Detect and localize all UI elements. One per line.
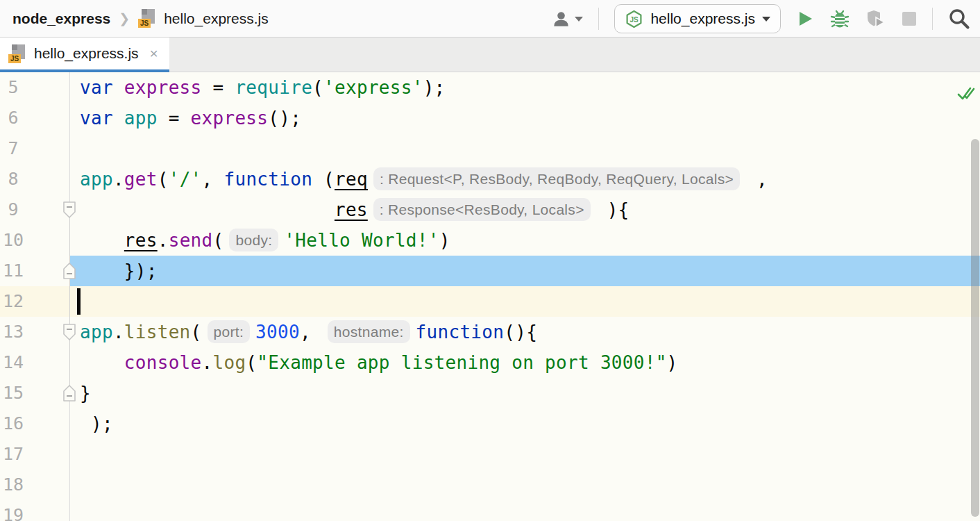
breadcrumb-chevron-icon: ❯ <box>117 10 131 26</box>
token-pl: = <box>202 77 235 98</box>
code-text[interactable] <box>70 439 980 470</box>
inlay-hint[interactable]: : Request<P, ResBody, ReqBody, ReqQuery,… <box>373 167 740 190</box>
code-line[interactable]: 11 }); <box>0 256 980 286</box>
token-pl: ( <box>246 352 257 373</box>
inlay-hint[interactable]: : Response<ResBody, Locals> <box>373 198 591 221</box>
inlay-hint[interactable]: port: <box>208 320 251 343</box>
gutter: 19 <box>0 500 70 521</box>
code-line[interactable]: 12 <box>0 286 980 317</box>
code-line[interactable]: 7 <box>0 133 980 164</box>
line-number[interactable]: 18 <box>0 470 26 500</box>
fold-collapse-end-icon[interactable] <box>62 383 77 403</box>
code-line[interactable]: 19 <box>0 500 980 521</box>
fold-collapse-end-icon[interactable] <box>62 261 77 281</box>
line-number[interactable]: 6 <box>0 103 26 133</box>
code-text[interactable] <box>70 470 980 500</box>
line-number[interactable]: 5 <box>0 72 26 103</box>
user-menu-button[interactable] <box>552 10 583 27</box>
code-line[interactable]: 10 res.send(body:'Hello World!') <box>0 225 980 256</box>
code-line[interactable]: 16 ); <box>0 408 980 439</box>
code-text[interactable]: console.log("Example app listening on po… <box>70 347 980 378</box>
token-teal: require <box>235 77 312 98</box>
token-pl: ) <box>439 230 450 251</box>
code-text[interactable]: var express = require('express'); <box>70 72 980 103</box>
inlay-hint[interactable]: body: <box>229 229 278 251</box>
vertical-scrollbar[interactable] <box>971 139 979 517</box>
inspections-ok-icon[interactable] <box>956 83 976 103</box>
editor-tab-bar: JS hello_express.js × <box>0 38 980 72</box>
inlay-hint[interactable]: hostname: <box>328 320 410 343</box>
gutter: 14 <box>0 347 70 378</box>
token-pl: (){ <box>504 322 537 342</box>
js-file-icon: JS <box>8 44 27 63</box>
line-number[interactable]: 15 <box>0 378 26 408</box>
code-text[interactable] <box>70 133 980 164</box>
code-text[interactable]: res: Response<ResBody, Locals> ){ <box>70 195 980 225</box>
code-text[interactable]: var app = express(); <box>70 103 980 133</box>
breadcrumb-project[interactable]: node_express <box>12 10 110 27</box>
token-pl: } <box>80 383 91 404</box>
line-number[interactable]: 13 <box>0 317 26 347</box>
fold-collapse-start-icon[interactable] <box>62 322 77 342</box>
line-number[interactable]: 8 <box>0 164 26 195</box>
line-number[interactable]: 17 <box>0 439 26 470</box>
token-str: 'express' <box>323 77 423 98</box>
code-line[interactable]: 18 <box>0 470 980 500</box>
line-number[interactable]: 11 <box>0 256 26 286</box>
token-pl: , <box>745 169 768 190</box>
token-pl: . <box>158 230 169 251</box>
toolbar-divider <box>932 8 933 30</box>
code-line[interactable]: 17 <box>0 439 980 470</box>
line-number[interactable]: 19 <box>0 500 26 521</box>
token-pl <box>80 352 124 373</box>
code-text[interactable]: app.listen(port:3000, hostname:function(… <box>70 317 980 347</box>
token-kw: function <box>416 322 505 342</box>
run-configuration-select[interactable]: JS hello_express.js <box>614 4 781 33</box>
tab-hello-express[interactable]: JS hello_express.js × <box>0 38 169 72</box>
gutter: 7 <box>0 133 70 164</box>
token-pl: ( <box>312 169 335 190</box>
line-number[interactable]: 12 <box>0 286 26 317</box>
token-kw: var <box>80 108 113 129</box>
code-text[interactable] <box>70 500 980 521</box>
run-button[interactable] <box>796 10 814 28</box>
code-text[interactable]: res.send(body:'Hello World!') <box>70 225 980 256</box>
close-icon[interactable]: × <box>146 45 158 62</box>
token-pl <box>113 108 124 129</box>
code-line[interactable]: 6var app = express(); <box>0 103 980 133</box>
js-badge: JS <box>138 19 151 28</box>
line-number[interactable]: 7 <box>0 133 26 164</box>
line-number[interactable]: 10 <box>0 225 26 256</box>
code-line[interactable]: 15} <box>0 378 980 408</box>
stop-button[interactable] <box>902 11 917 26</box>
fold-collapse-start-icon[interactable] <box>62 200 77 220</box>
code-line[interactable]: 5var express = require('express'); <box>0 72 980 103</box>
code-editor[interactable]: 5var express = require('express');6var a… <box>0 72 980 521</box>
gutter: 10 <box>0 225 70 256</box>
token-str: 'Hello World!' <box>284 230 439 251</box>
code-line[interactable]: 13app.listen(port:3000, hostname:functio… <box>0 317 980 347</box>
code-text[interactable]: } <box>70 378 980 408</box>
run-with-coverage-button[interactable] <box>865 9 886 28</box>
token-purple: express <box>124 77 202 98</box>
code-line[interactable]: 9 res: Response<ResBody, Locals> ){ <box>0 195 980 225</box>
code-line[interactable]: 8app.get('/', function (req: Request<P, … <box>0 164 980 195</box>
line-number[interactable]: 16 <box>0 408 26 439</box>
token-pl: ( <box>312 77 323 98</box>
line-number[interactable]: 9 <box>0 195 26 225</box>
code-line[interactable]: 14 console.log("Example app listening on… <box>0 347 980 378</box>
line-number[interactable]: 14 <box>0 347 26 378</box>
token-purple: express <box>191 108 269 129</box>
token-pl: }); <box>80 260 158 281</box>
token-pl: ){ <box>596 199 630 220</box>
chevron-down-icon <box>762 17 770 22</box>
token-teal: app <box>80 322 113 342</box>
code-text[interactable]: }); <box>70 256 980 286</box>
debug-button[interactable] <box>829 9 850 28</box>
code-text[interactable]: ); <box>70 408 980 439</box>
code-text[interactable] <box>70 286 980 317</box>
breadcrumb-file[interactable]: hello_express.js <box>164 10 269 27</box>
js-badge: JS <box>8 54 21 63</box>
search-everywhere-button[interactable] <box>948 8 970 30</box>
code-text[interactable]: app.get('/', function (req: Request<P, R… <box>70 164 980 195</box>
